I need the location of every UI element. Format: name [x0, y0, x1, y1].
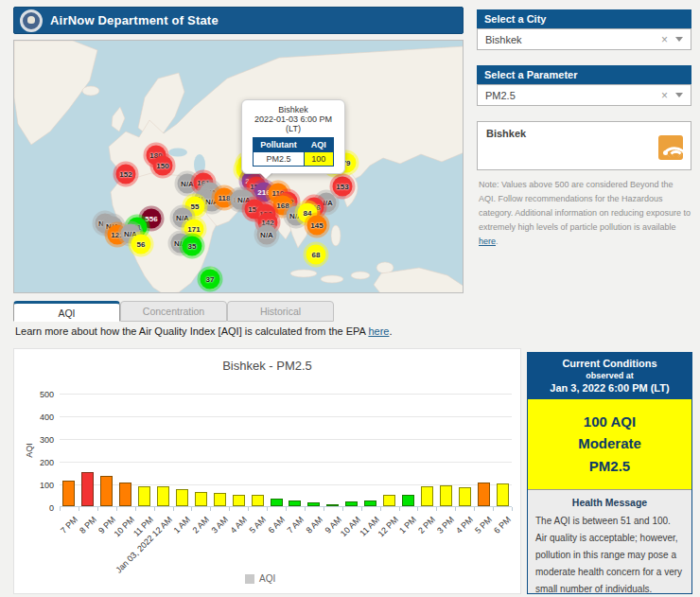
x-tick-mark — [361, 507, 362, 511]
x-tick-mark — [380, 507, 381, 511]
bar[interactable] — [383, 495, 395, 506]
x-tick-mark — [399, 507, 400, 511]
map-marker[interactable]: N/A — [257, 225, 277, 245]
parameter-clear-icon[interactable]: × — [654, 89, 675, 102]
city-clear-icon[interactable]: × — [654, 33, 675, 46]
legend-label: AQI — [259, 573, 275, 584]
x-tick-mark — [248, 507, 249, 511]
x-tick-mark — [97, 507, 98, 511]
x-tick-mark — [191, 507, 192, 511]
map-marker[interactable]: 56 — [131, 235, 151, 255]
bar[interactable] — [157, 486, 169, 506]
bar[interactable] — [307, 502, 320, 506]
bar[interactable] — [100, 476, 113, 506]
current-conditions-panel: Current Conditions observed at Jan 3, 20… — [527, 352, 692, 594]
conditions-aqi-value: 100 AQI — [528, 411, 691, 432]
bar[interactable] — [62, 481, 75, 506]
x-tick-mark — [267, 507, 268, 511]
popup-table: Pollutant AQI PM2.5 100 — [253, 137, 334, 167]
bar[interactable] — [138, 486, 150, 506]
x-tick-label: 7 AM — [285, 515, 306, 536]
popup-timezone: (LT) — [246, 124, 341, 133]
bar[interactable] — [440, 485, 452, 506]
bar[interactable] — [195, 492, 207, 506]
x-tick-mark — [135, 507, 136, 511]
bar[interactable] — [233, 495, 245, 506]
bar[interactable] — [289, 500, 301, 506]
parameter-select-value: PM2.5 — [478, 90, 654, 101]
health-message-block: Health Message The AQI is between 51 and… — [528, 490, 691, 597]
chart-plot: 7 PM8 PM9 PM10 PM11 PMJan 03, 2022 12 AM… — [60, 394, 512, 507]
x-tick-label: 3 AM — [210, 515, 231, 536]
bar[interactable] — [364, 500, 376, 506]
world-map[interactable]: 180150152N/A161N/AN/AN/A118N/A55N/A55611… — [13, 40, 464, 293]
rss-icon[interactable] — [658, 135, 683, 160]
x-tick-mark — [116, 507, 117, 511]
rss-city-label: Bishkek — [486, 128, 526, 139]
conditions-aqi-pollutant: PM2.5 — [528, 455, 691, 477]
note-here-link[interactable]: here — [479, 237, 496, 246]
popup-col-pollutant: Pollutant — [254, 138, 305, 152]
bar[interactable] — [176, 489, 188, 506]
x-tick-label: 1 PM — [398, 515, 419, 536]
parameter-select[interactable]: PM2.5 × — [477, 84, 691, 106]
x-tick-label: 8 AM — [304, 515, 324, 536]
x-tick-label: 1 AM — [172, 515, 193, 536]
x-tick-label: 8 PM — [78, 515, 98, 536]
y-tick-label: 0 — [18, 503, 54, 513]
bar[interactable] — [345, 501, 358, 506]
rss-feed-box: Bishkek — [477, 121, 691, 170]
map-marker[interactable]: 35 — [183, 237, 202, 256]
x-tick-label: 6 PM — [492, 515, 513, 536]
x-tick-label: 7 PM — [59, 515, 79, 536]
x-tick-mark — [173, 507, 174, 511]
conditions-aqi-block: 100 AQI Moderate PM2.5 — [528, 399, 691, 490]
health-message-title: Health Message — [535, 497, 684, 508]
tab-concentration[interactable]: Concentration — [120, 301, 227, 322]
legend-swatch-icon — [245, 574, 254, 584]
city-dropdown-arrow-icon[interactable] — [675, 37, 683, 42]
bar[interactable] — [81, 472, 94, 506]
parameter-dropdown-arrow-icon[interactable] — [675, 93, 683, 97]
map-marker[interactable]: 68 — [306, 245, 326, 265]
bar[interactable] — [459, 487, 471, 506]
bar[interactable] — [252, 495, 264, 506]
x-tick-mark — [210, 507, 211, 511]
x-tick-label: 6 AM — [267, 515, 288, 536]
y-tick-label: 400 — [18, 413, 54, 422]
city-select[interactable]: Bishkek × — [477, 28, 691, 50]
map-marker[interactable]: 145 — [307, 216, 327, 236]
bar[interactable] — [119, 483, 131, 506]
x-tick-mark — [436, 507, 437, 511]
x-tick-mark — [154, 507, 155, 511]
bar[interactable] — [402, 495, 414, 506]
y-tick-label: 200 — [18, 458, 54, 467]
bar[interactable] — [271, 499, 283, 506]
map-marker[interactable]: 153 — [333, 177, 353, 197]
gridline — [60, 394, 512, 395]
dos-seal-logo — [20, 9, 43, 32]
bar[interactable] — [497, 483, 509, 506]
map-marker[interactable]: 37 — [201, 270, 220, 290]
chart-title: Bishkek - PM2.5 — [14, 359, 520, 373]
learn-more-here-link[interactable]: here — [368, 325, 389, 337]
bar[interactable] — [421, 486, 433, 506]
bar[interactable] — [478, 483, 490, 506]
x-tick-mark — [286, 507, 287, 511]
map-marker[interactable]: 150 — [153, 156, 173, 176]
map-marker[interactable]: 152 — [116, 165, 136, 184]
parameter-panel-header: Select a Parameter — [477, 65, 691, 84]
tab-aqi[interactable]: AQI — [13, 301, 120, 322]
bar[interactable] — [326, 504, 339, 506]
conditions-datetime: Jan 3, 2022 6:00 PM (LT) — [530, 382, 690, 394]
x-tick-label: 10 AM — [339, 515, 362, 538]
conditions-aqi-category: Moderate — [528, 432, 691, 454]
y-tick-label: 300 — [18, 435, 54, 445]
map-popup: Bishkek 2022-01-03 6:00 PM (LT) Pollutan… — [241, 99, 345, 174]
y-axis-label: AQI — [25, 443, 34, 458]
x-tick-label: 5 PM — [473, 515, 494, 536]
tab-historical[interactable]: Historical — [227, 301, 334, 322]
x-tick-mark — [324, 507, 324, 511]
bar[interactable] — [214, 493, 226, 506]
popup-pointer — [259, 173, 272, 181]
